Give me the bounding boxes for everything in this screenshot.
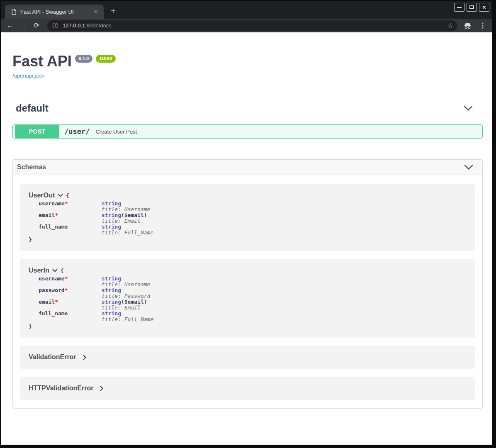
- page-favicon-icon: [11, 9, 17, 15]
- window-controls: ✕: [454, 3, 489, 12]
- browser-window: Fast API - Swagger UI ✕ + ✕ ← → ⟳ 127.0.…: [1, 1, 492, 445]
- property-detail: stringtitle: Full_Name: [102, 224, 153, 236]
- schemas-header[interactable]: Schemas: [13, 160, 482, 175]
- prop-type: string: [102, 310, 121, 317]
- prop-type: string: [102, 212, 121, 218]
- window-close-button[interactable]: ✕: [479, 3, 489, 12]
- chevron-down-icon[interactable]: [58, 194, 63, 197]
- desktop-background: Fast API - Swagger UI ✕ + ✕ ← → ⟳ 127.0.…: [0, 0, 496, 448]
- property-name: full_name: [39, 311, 102, 322]
- property-name: password*: [39, 287, 102, 299]
- window-minimize-button[interactable]: [454, 3, 464, 12]
- prop-title: title: Password: [102, 293, 150, 299]
- chevron-right-icon[interactable]: [83, 355, 87, 360]
- prop-title: title: Email: [102, 305, 147, 311]
- bookmark-star-icon[interactable]: ☆: [447, 22, 453, 29]
- open-brace: {: [66, 192, 69, 199]
- prop-type: string: [102, 299, 121, 305]
- model-properties: username* stringtitle: Username password…: [39, 276, 467, 322]
- browser-menu-icon[interactable]: ⋮: [478, 22, 488, 29]
- openapi-spec-link[interactable]: /openapi.json: [12, 73, 44, 79]
- prop-type: string: [102, 287, 121, 293]
- window-maximize-button[interactable]: [467, 3, 477, 12]
- model-properties: username* stringtitle: Username email* s…: [39, 201, 467, 236]
- prop-format: ($email): [121, 212, 147, 218]
- browser-tab[interactable]: Fast API - Swagger UI ✕: [5, 5, 104, 19]
- property-detail: string($email)title: Email: [102, 212, 147, 224]
- reload-button[interactable]: ⟳: [31, 20, 42, 32]
- url-path: :8000/docs: [85, 22, 112, 29]
- prop-type: string: [102, 275, 121, 282]
- required-star: *: [55, 212, 58, 218]
- url-text: 127.0.0.1:8000/docs: [63, 22, 444, 29]
- close-icon: ✕: [482, 5, 486, 10]
- tag-section-default: default POST /user/ Create User Post: [12, 102, 483, 139]
- incognito-icon: [463, 22, 472, 29]
- prop-format: ($email): [121, 299, 147, 305]
- model-name: UserIn: [29, 267, 49, 274]
- chevron-down-icon[interactable]: [52, 269, 58, 273]
- required-star: *: [65, 200, 68, 207]
- model-httpvalidationerror[interactable]: HTTPValidationError: [20, 377, 475, 400]
- prop-name-text: full_name: [39, 310, 68, 317]
- schemas-section: Schemas UserOut: [12, 159, 483, 409]
- browser-toolbar: ← → ⟳ 127.0.0.1:8000/docs ☆ ⋮: [1, 19, 492, 32]
- model-userin-toggle[interactable]: UserIn {: [29, 267, 467, 274]
- prop-title: title: Email: [102, 218, 147, 224]
- page-title: Fast API: [12, 54, 72, 69]
- prop-type: string: [102, 200, 121, 207]
- model-userout: UserOut { username* stringtitle: Usernam…: [20, 184, 475, 251]
- url-host: 127.0.0.1: [63, 22, 85, 29]
- model-name: ValidationError: [29, 353, 76, 361]
- swagger-page: Fast API 0.1.0 OAS3 /openapi.json defaul…: [1, 32, 492, 445]
- required-star: *: [55, 299, 58, 305]
- property-row: username* stringtitle: Username: [39, 201, 467, 212]
- forward-button[interactable]: →: [17, 20, 29, 32]
- property-row: full_name stringtitle: Full_Name: [39, 224, 467, 236]
- prop-title: title: Username: [102, 282, 150, 287]
- minimize-icon: [457, 7, 462, 8]
- property-detail: stringtitle: Username: [102, 201, 150, 212]
- prop-name-text: password: [39, 287, 65, 293]
- model-name: UserOut: [29, 192, 55, 199]
- operation-summary: Create User Post: [95, 129, 137, 135]
- opblock-post-user[interactable]: POST /user/ Create User Post: [12, 124, 483, 139]
- property-name: email*: [39, 299, 102, 311]
- chevron-right-icon[interactable]: [100, 386, 104, 391]
- property-detail: stringtitle: Username: [102, 276, 150, 287]
- property-row: full_name stringtitle: Full_Name: [39, 311, 467, 322]
- tag-name: default: [16, 102, 49, 114]
- property-row: password* stringtitle: Password: [39, 287, 467, 299]
- tab-close-icon[interactable]: ✕: [92, 8, 100, 15]
- property-detail: string($email)title: Email: [102, 299, 147, 311]
- chevron-down-icon[interactable]: [464, 105, 473, 111]
- close-brace: }: [29, 323, 32, 329]
- property-name: full_name: [39, 224, 102, 236]
- prop-title: title: Full_Name: [102, 230, 153, 236]
- prop-name-text: email: [39, 299, 55, 305]
- back-button[interactable]: ←: [4, 20, 16, 32]
- new-tab-button[interactable]: +: [108, 6, 119, 17]
- open-brace: {: [61, 268, 64, 274]
- schemas-title: Schemas: [17, 163, 46, 171]
- property-name: username*: [39, 201, 102, 212]
- schemas-body: UserOut { username* stringtitle: Usernam…: [13, 175, 482, 408]
- prop-title: title: Full_Name: [102, 317, 153, 322]
- http-method-badge: POST: [15, 125, 59, 138]
- tag-header-default[interactable]: default: [12, 102, 483, 120]
- required-star: *: [65, 287, 68, 293]
- model-userout-toggle[interactable]: UserOut {: [29, 192, 467, 199]
- property-row: username* stringtitle: Username: [39, 276, 467, 287]
- maximize-icon: [469, 5, 474, 9]
- operation-path: /user/: [64, 127, 90, 136]
- property-name: email*: [39, 212, 102, 224]
- prop-title: title: Username: [102, 207, 150, 212]
- property-row: email* string($email)title: Email: [39, 299, 467, 311]
- chevron-down-icon[interactable]: [464, 164, 473, 170]
- prop-name-text: username: [39, 200, 65, 207]
- oas3-badge: OAS3: [96, 55, 116, 63]
- address-bar[interactable]: 127.0.0.1:8000/docs ☆: [47, 20, 457, 31]
- model-validationerror[interactable]: ValidationError: [20, 346, 475, 369]
- tab-title: Fast API - Swagger UI: [20, 9, 92, 15]
- site-info-icon[interactable]: [52, 22, 58, 29]
